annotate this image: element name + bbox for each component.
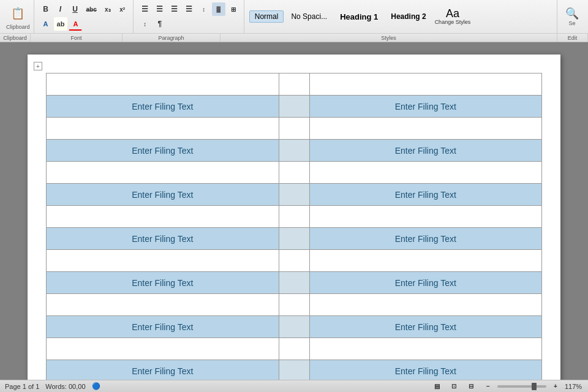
table-row: Enter Filing Text Enter Filing Text [47,140,542,162]
filing-cell-empty [279,184,309,206]
ribbon-toolbar: 📋 Clipboard B I U abc x₂ x² A ab A ☰ [0,0,588,34]
filing-cell[interactable]: Enter Filing Text [47,140,279,162]
style-normal[interactable]: Normal [249,10,284,23]
paste-label: Clipboard [6,24,30,30]
filing-cell-empty [279,140,309,162]
edit-label: Se [568,20,575,26]
spacer-cell [47,74,279,96]
filing-cell[interactable]: Enter Filing Text [309,360,542,380]
spacer-cell-mid [279,74,309,96]
filing-cell-empty [279,96,309,118]
zoom-slider[interactable] [497,385,546,388]
table-row: Enter Filing Text Enter Filing Text [47,96,542,118]
filing-cell[interactable]: Enter Filing Text [309,96,542,118]
view-full-screen[interactable]: ⊡ [447,380,461,393]
underline-button[interactable]: U [69,2,82,16]
spacer-cell-mid [279,294,309,316]
align-right-button[interactable]: ☰ [168,2,181,16]
document-area: + Enter Filing Text Enter Filing Text [0,42,588,380]
paragraph-group: ☰ ☰ ☰ ☰ ↕ ▓ ⊞ ↕ ¶ [135,0,244,33]
zoom-thumb [532,383,537,390]
spacer-cell-right [309,294,542,316]
style-heading2[interactable]: Heading 2 [385,10,431,23]
table-row [47,74,542,96]
language-indicator: 🔵 [92,382,100,390]
filing-cell[interactable]: Enter Filing Text [309,316,542,338]
filing-cell[interactable]: Enter Filing Text [47,316,279,338]
highlight-button[interactable]: ab [54,17,68,31]
filing-cell[interactable]: Enter Filing Text [47,96,279,118]
spacer-cell-right [309,162,542,184]
clipboard-group: 📋 Clipboard [2,0,34,33]
align-center-button[interactable]: ☰ [153,2,167,16]
bold-button[interactable]: B [39,2,53,16]
strikethrough-button[interactable]: abc [83,2,100,16]
table-row [47,294,542,316]
spacer-cell-right [309,74,542,96]
subscript-button[interactable]: x₂ [101,2,115,16]
spacer-cell [47,162,279,184]
document-page: + Enter Filing Text Enter Filing Text [28,55,560,380]
table-row [47,250,542,272]
view-print-layout[interactable]: ▤ [430,380,443,393]
ribbon-labels: Clipboard Font Paragraph Styles Edit [0,34,588,42]
filing-cell[interactable]: Enter Filing Text [309,272,542,294]
edit-group: 🔍 Se [559,0,586,33]
spacer-cell-mid [279,338,309,360]
style-no-spacing[interactable]: No Spaci... [285,10,333,23]
change-styles-button[interactable]: Aa Change Styles [434,7,472,26]
style-heading1[interactable]: Heading 1 [334,10,383,23]
spacer-cell [47,250,279,272]
edit-group-label: Edit [557,34,588,42]
styles-group: Normal No Spaci... Heading 1 Heading 2 A… [246,0,557,33]
align-left-button[interactable]: ☰ [138,2,152,16]
spacer-cell-mid [279,162,309,184]
words-count: Words: 00,00 [45,383,85,390]
spacer-cell [47,338,279,360]
filing-cell[interactable]: Enter Filing Text [47,228,279,250]
table-row: Enter Filing Text Enter Filing Text [47,272,542,294]
spacer-cell-mid [279,250,309,272]
paste-button[interactable]: 📋 [8,4,28,23]
show-para-button[interactable]: ¶ [153,17,167,31]
text-effects-button[interactable]: A [39,17,53,31]
superscript-button[interactable]: x² [116,2,129,16]
filing-cell-empty [279,360,309,380]
filing-cell[interactable]: Enter Filing Text [309,228,542,250]
filing-cell[interactable]: Enter Filing Text [47,272,279,294]
zoom-out-button[interactable]: − [481,380,495,393]
clipboard-label: Clipboard [0,34,31,42]
font-group: B I U abc x₂ x² A ab A [36,0,134,33]
italic-button[interactable]: I [54,2,67,16]
line-spacing-button[interactable]: ↕ [197,2,211,16]
spacer-cell-right [309,250,542,272]
spacer-cell-mid [279,206,309,228]
filing-cell[interactable]: Enter Filing Text [309,184,542,206]
spacer-cell [47,118,279,140]
filing-table: Enter Filing Text Enter Filing Text Ente… [46,73,542,380]
filing-cell[interactable]: Enter Filing Text [47,184,279,206]
filing-cell-empty [279,228,309,250]
font-color-button[interactable]: A [69,17,82,31]
table-row: Enter Filing Text Enter Filing Text [47,184,542,206]
filing-cell[interactable]: Enter Filing Text [309,140,542,162]
zoom-in-button[interactable]: + [549,380,562,393]
view-web-layout[interactable]: ⊟ [464,380,478,393]
replace-button[interactable]: 🔍 [562,7,582,20]
shading-button[interactable]: ▓ [212,2,225,16]
sort-button[interactable]: ↕ [138,17,152,31]
filing-cell-empty [279,316,309,338]
paragraph-label: Paragraph [123,34,221,42]
justify-button[interactable]: ☰ [183,2,196,16]
filing-cell-empty [279,272,309,294]
spacer-cell [47,206,279,228]
zoom-level: 117% [565,383,583,390]
table-row [47,162,542,184]
filing-cell[interactable]: Enter Filing Text [47,360,279,380]
spacer-cell-right [309,338,542,360]
table-row: Enter Filing Text Enter Filing Text [47,316,542,338]
borders-button[interactable]: ⊞ [227,2,240,16]
table-anchor[interactable]: + [34,62,42,70]
page-info: Page 1 of 1 [5,383,39,390]
table-row [47,118,542,140]
